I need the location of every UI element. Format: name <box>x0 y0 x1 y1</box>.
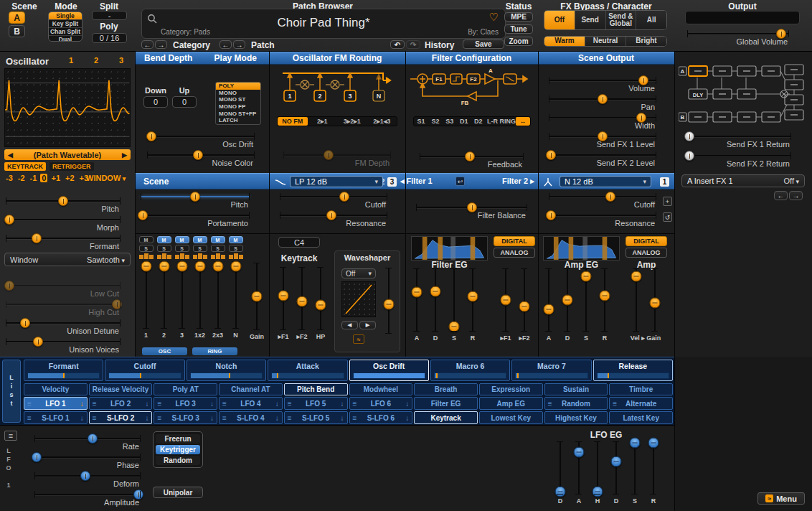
macro-value-bar[interactable] <box>434 372 506 379</box>
eg-slider[interactable]: S <box>577 268 595 342</box>
mod-source-cell[interactable]: Release Velocity <box>89 383 153 395</box>
waveshaper-prev-button[interactable] <box>341 321 358 329</box>
eg-slider[interactable]: D <box>551 441 570 505</box>
filter2-extend-button[interactable] <box>663 197 672 206</box>
fx-bypass-option[interactable]: Off <box>544 11 575 29</box>
window-shape-select[interactable]: Window Sawtooth <box>4 253 131 266</box>
slider-handle[interactable] <box>88 433 98 444</box>
fx-bypass-option[interactable]: Send <box>575 11 606 29</box>
slider-handle[interactable] <box>32 233 42 243</box>
eg-slider[interactable]: D <box>558 268 577 342</box>
slider-handle[interactable] <box>468 291 478 301</box>
param-slider[interactable]: Send FX 2 Return <box>687 151 791 171</box>
mute-button[interactable]: M <box>139 236 154 243</box>
slider-handle[interactable] <box>501 295 511 306</box>
slider-handle[interactable] <box>465 151 475 161</box>
eg-slider[interactable]: S <box>445 268 463 342</box>
slider-handle[interactable] <box>326 210 336 220</box>
macro-value-bar[interactable] <box>27 372 100 379</box>
macro-value-bar[interactable] <box>271 372 344 379</box>
bend-down-value[interactable]: 0 <box>143 96 168 108</box>
arrow-down-icon[interactable] <box>341 400 344 408</box>
macro-slot[interactable]: Macro 7 <box>511 360 591 381</box>
mod-source-cell[interactable]: S-LFO 4 <box>219 411 283 424</box>
play-mode-option[interactable]: POLY <box>216 83 260 90</box>
waveshaper-analysis-icon[interactable]: ≈ <box>353 334 364 344</box>
fx-bypass-option[interactable]: All <box>636 11 666 29</box>
filter1-type-select[interactable]: LP 12 dB <box>290 176 383 187</box>
param-slider[interactable]: Pan <box>549 95 656 113</box>
slider-handle[interactable] <box>193 150 203 160</box>
param-slider[interactable]: Width <box>549 113 656 132</box>
retrigger-toggle[interactable]: RETRIGGER <box>49 162 94 171</box>
hamburger-icon[interactable] <box>157 400 161 408</box>
macro-value-bar[interactable] <box>108 372 181 379</box>
slider-handle[interactable] <box>159 261 169 271</box>
slider-handle[interactable] <box>562 295 573 306</box>
slider-handle[interactable] <box>138 210 148 220</box>
save-button[interactable]: Save <box>463 39 504 49</box>
hamburger-icon[interactable] <box>93 414 97 422</box>
eg-slider[interactable]: A <box>539 268 558 342</box>
favorite-icon[interactable] <box>489 11 499 24</box>
status-button[interactable]: Zoom <box>504 37 533 46</box>
solo-button[interactable]: S <box>157 245 171 252</box>
mod-source-cell[interactable]: Breath <box>414 383 478 395</box>
character-option[interactable]: Neutral <box>585 37 626 46</box>
arrow-down-icon[interactable] <box>210 414 214 422</box>
hamburger-icon[interactable] <box>288 400 292 408</box>
solo-button[interactable]: S <box>229 245 243 252</box>
mute-button[interactable]: M <box>175 236 189 243</box>
mod-source-cell[interactable]: S-LFO 3 <box>154 411 217 424</box>
trigger-mode-option[interactable]: Random <box>156 456 200 465</box>
patch-prev-button[interactable] <box>219 40 232 49</box>
macro-slot[interactable]: Formant <box>24 360 103 381</box>
mod-source-cell[interactable]: Velocity <box>24 383 88 395</box>
solo-button[interactable]: S <box>211 245 225 252</box>
status-button[interactable]: MPE <box>504 12 533 22</box>
waveshaper-drive-slider[interactable] <box>379 268 398 334</box>
slider-handle[interactable] <box>555 487 566 497</box>
slider-handle[interactable] <box>430 286 441 296</box>
fx-bypass-option[interactable]: Send & Global <box>606 11 637 29</box>
slider-handle[interactable] <box>630 438 641 449</box>
mod-source-cell[interactable]: Latest Key <box>609 411 673 424</box>
octave-button[interactable]: +1 <box>49 174 62 182</box>
mod-source-cell[interactable]: Amp EG <box>479 397 543 410</box>
oscillator-tab[interactable]: 2 <box>87 55 105 65</box>
slider-handle[interactable] <box>650 297 661 308</box>
mod-source-cell[interactable]: Timbre <box>609 383 673 395</box>
arrow-down-icon[interactable] <box>80 414 84 422</box>
mode-option[interactable]: Single <box>49 12 82 20</box>
wavetable-prev-icon[interactable] <box>8 149 13 160</box>
wavetable-selector[interactable]: (Patch Wavetable) <box>4 149 131 160</box>
hamburger-icon[interactable] <box>613 400 617 408</box>
filter-feedback-icon[interactable] <box>455 177 465 186</box>
eg-depth-slider[interactable]: ▸F2 <box>515 268 534 342</box>
waveshaper-type-select[interactable]: Off <box>341 268 376 278</box>
slider-handle[interactable] <box>519 301 530 311</box>
fx-next-button[interactable] <box>789 191 803 200</box>
solo-button[interactable]: S <box>175 245 189 252</box>
oscillator-tab[interactable]: 1 <box>62 55 80 65</box>
slider-handle[interactable] <box>631 271 642 281</box>
param-slider[interactable]: Portamento <box>141 211 250 230</box>
hamburger-icon[interactable] <box>222 414 227 422</box>
split-value[interactable]: - <box>92 11 127 20</box>
amp-eg-digital-button[interactable]: DIGITAL <box>625 236 667 246</box>
fm-route-option[interactable]: 2▸1 <box>308 117 338 126</box>
menu-button[interactable]: ≈ Menu <box>757 492 805 505</box>
keytrack-slider[interactable]: HP <box>311 267 330 341</box>
solo-button[interactable]: S <box>139 245 154 252</box>
slider-handle[interactable] <box>33 337 43 347</box>
eg-slider[interactable]: R <box>463 268 482 342</box>
arrow-down-icon[interactable] <box>210 400 214 408</box>
eg-slider[interactable]: R <box>595 268 614 342</box>
hamburger-icon[interactable] <box>353 414 357 422</box>
arrow-down-icon[interactable] <box>145 414 148 422</box>
slider-handle[interactable] <box>230 261 241 271</box>
slider-handle[interactable] <box>546 150 556 160</box>
octave-button[interactable]: +2 <box>64 174 76 182</box>
mod-source-cell[interactable]: Alternate <box>609 397 673 410</box>
gain-slider[interactable] <box>256 263 258 330</box>
